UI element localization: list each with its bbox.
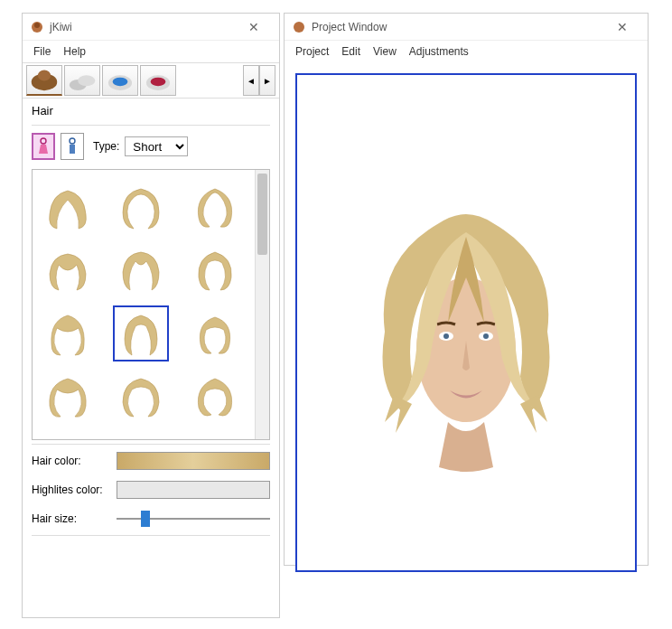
menubar: Project Edit View Adjustments xyxy=(285,41,648,62)
hairstyle-thumb[interactable] xyxy=(113,305,169,361)
hairstyle-thumb[interactable] xyxy=(113,179,169,235)
model-preview xyxy=(331,169,602,476)
hairstyle-thumb[interactable] xyxy=(40,242,96,298)
highlites-swatch[interactable] xyxy=(117,481,270,499)
menu-help[interactable]: Help xyxy=(63,45,86,58)
hair-size-row: Hair size: xyxy=(23,504,279,533)
next-tab-button[interactable]: ► xyxy=(259,65,275,96)
window-title: Project Window xyxy=(312,21,604,33)
svg-point-5 xyxy=(78,75,95,86)
hairstyle-thumb[interactable] xyxy=(113,369,169,425)
svg-rect-12 xyxy=(70,145,75,154)
prev-tab-button[interactable]: ◄ xyxy=(243,65,259,96)
blush-tab[interactable] xyxy=(140,65,176,96)
divider xyxy=(32,125,270,126)
menu-adjustments[interactable]: Adjustments xyxy=(409,45,469,58)
menubar: File Help xyxy=(23,41,279,62)
accessories-tab[interactable] xyxy=(64,65,100,96)
hairstyle-thumb[interactable] xyxy=(187,242,243,298)
male-button[interactable] xyxy=(61,133,84,160)
hairstyle-thumb[interactable] xyxy=(40,369,96,425)
hair-tab[interactable] xyxy=(26,65,62,96)
hair-color-swatch[interactable] xyxy=(117,452,270,470)
canvas[interactable] xyxy=(295,73,637,572)
svg-point-11 xyxy=(70,138,75,144)
window-title: jKiwi xyxy=(50,21,236,33)
menu-file[interactable]: File xyxy=(33,45,51,58)
type-select[interactable]: Short xyxy=(125,136,188,156)
app-icon xyxy=(30,20,44,34)
divider xyxy=(32,535,270,536)
hair-size-label: Hair size: xyxy=(32,512,109,525)
hairstyle-thumb[interactable] xyxy=(40,305,96,361)
scrollbar-thumb[interactable] xyxy=(257,174,267,255)
female-button[interactable] xyxy=(32,133,55,160)
menu-edit[interactable]: Edit xyxy=(341,45,360,58)
titlebar: jKiwi ✕ xyxy=(23,14,279,41)
filter-row: Type: Short xyxy=(23,127,279,165)
hairstyle-thumb[interactable] xyxy=(113,242,169,298)
menu-project[interactable]: Project xyxy=(295,45,329,58)
highlites-label: Highlites color: xyxy=(32,483,109,496)
eyeshadow-tab[interactable] xyxy=(102,65,138,96)
toolbar: ◄ ► xyxy=(23,62,279,99)
svg-point-16 xyxy=(443,333,449,339)
hairstyle-grid xyxy=(32,169,270,440)
svg-point-3 xyxy=(38,70,51,81)
titlebar: Project Window ✕ xyxy=(285,14,648,41)
app-icon xyxy=(292,20,306,34)
hair-color-row: Hair color: xyxy=(23,446,279,475)
hair-size-slider[interactable] xyxy=(117,510,270,528)
svg-point-7 xyxy=(113,77,128,86)
svg-point-10 xyxy=(41,138,46,144)
hairstyle-thumb[interactable] xyxy=(40,179,96,235)
menu-view[interactable]: View xyxy=(373,45,397,58)
close-button[interactable]: ✕ xyxy=(236,14,272,40)
tab-pager: ◄ ► xyxy=(243,65,275,96)
hairstyle-thumb[interactable] xyxy=(187,179,243,235)
hairstyle-thumb[interactable] xyxy=(187,305,243,361)
scrollbar[interactable] xyxy=(255,170,269,439)
hair-color-label: Hair color: xyxy=(32,455,109,467)
svg-point-9 xyxy=(151,77,166,86)
jkiwi-window: jKiwi ✕ File Help ◄ ► Hair Type: xyxy=(22,13,280,618)
divider xyxy=(32,444,270,445)
project-window: Project Window ✕ Project Edit View Adjus… xyxy=(284,13,649,566)
hairstyle-thumb[interactable] xyxy=(187,369,243,425)
type-label: Type: xyxy=(93,140,119,153)
svg-point-18 xyxy=(483,333,489,339)
highlites-row: Highlites color: xyxy=(23,475,279,504)
svg-point-1 xyxy=(34,23,40,28)
close-button[interactable]: ✕ xyxy=(604,14,640,40)
section-title: Hair xyxy=(23,99,279,123)
svg-point-13 xyxy=(294,22,304,33)
